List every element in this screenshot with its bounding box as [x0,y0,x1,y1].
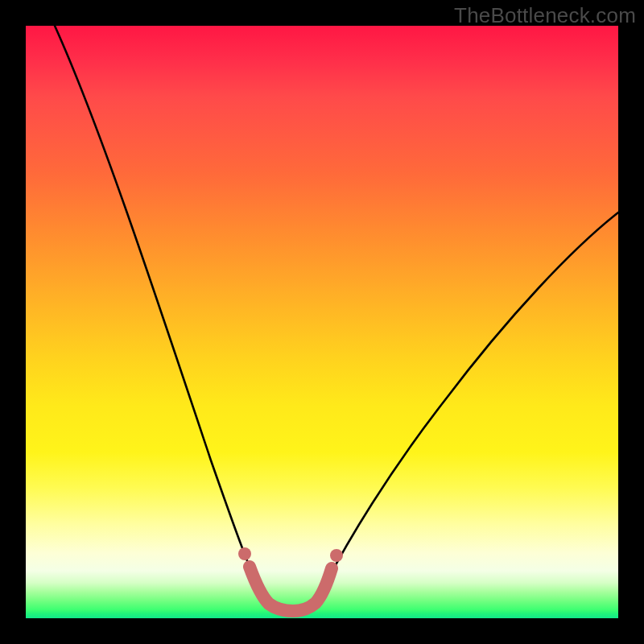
optimal-segment [250,567,332,611]
plot-area [26,26,618,618]
optimal-segment-dot-right [330,549,343,562]
watermark-text: TheBottleneck.com [454,3,636,28]
optimal-segment-dot-left [238,547,251,560]
chart-frame: TheBottleneck.com [0,0,644,644]
chart-svg [26,26,618,618]
bottleneck-curve [55,26,618,611]
